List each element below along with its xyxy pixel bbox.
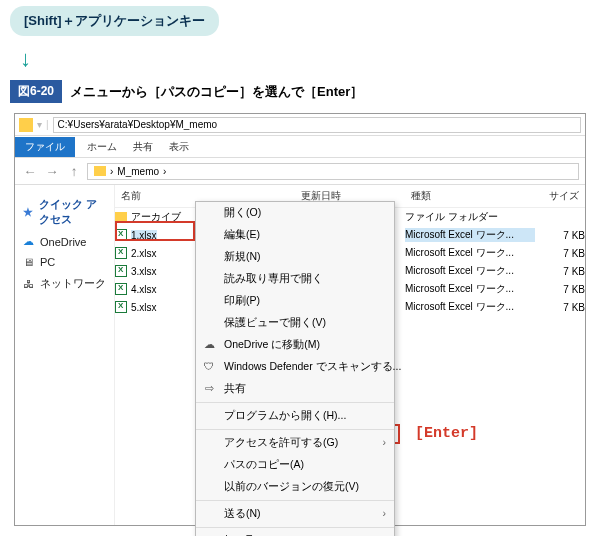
arrow-down-icon: ↓ [20,46,580,72]
sidebar-item-quick-access[interactable]: ★クイック アクセス [21,193,108,231]
file-name: 3.xlsx [131,266,157,277]
file-type: Microsoft Excel ワーク... [405,228,535,242]
figure-badge: 図6-20 [10,80,62,103]
menu-item-cut[interactable]: 切り取り(T) [196,530,394,536]
menu-item-restore[interactable]: 以前のバージョンの復元(V) [196,476,394,498]
menu-item-share[interactable]: ⇨共有 [196,378,394,400]
tab-home[interactable]: ホーム [79,137,125,157]
menu-item-openwith[interactable]: プログラムから開く(H)... [196,405,394,427]
menu-item-new[interactable]: 新規(N) [196,246,394,268]
file-type: Microsoft Excel ワーク... [405,300,535,314]
file-name: アーカイブ [131,210,181,224]
breadcrumb-item[interactable]: M_memo [117,166,159,177]
file-type: Microsoft Excel ワーク... [405,264,535,278]
file-type: Microsoft Excel ワーク... [405,282,535,296]
excel-icon [115,283,127,295]
file-type: Microsoft Excel ワーク... [405,246,535,260]
menu-item-print[interactable]: 印刷(P) [196,290,394,312]
folder-icon [115,212,127,222]
excel-icon [115,247,127,259]
sidebar-item-label: クイック アクセス [39,197,106,227]
breadcrumb-sep: › [163,166,166,177]
tab-share[interactable]: 共有 [125,137,161,157]
cloud-icon: ☁ [23,235,34,248]
sidebar-item-onedrive[interactable]: ☁OneDrive [21,231,108,252]
excel-icon [115,265,127,277]
folder-icon [19,118,33,132]
sidebar-item-label: OneDrive [40,236,86,248]
file-pane: 名前 更新日時 種類 サイズ アーカイブ 2019/12/16 0:03 ファイ… [115,185,585,525]
sidebar-item-label: PC [40,256,55,268]
excel-icon [115,229,127,241]
titlebar: ▾ | [15,114,585,136]
menu-item-access[interactable]: アクセスを許可する(G) [196,432,394,454]
col-size[interactable]: サイズ [535,185,585,207]
menu-item-protected[interactable]: 保護ビューで開く(V) [196,312,394,334]
file-size: 7 KB [535,248,585,259]
figure-caption-text: メニューから［パスのコピー］を選んで［Enter］ [70,83,363,101]
titlebar-sep: ▾ [37,119,42,130]
menu-item-open[interactable]: 開く(O) [196,202,394,224]
annotation-enter-label: [Enter] [415,425,478,442]
sidebar-item-network[interactable]: 🖧ネットワーク [21,272,108,295]
nav-back-button[interactable]: ← [21,162,39,180]
menu-item-onedrive[interactable]: ☁OneDrive に移動(M) [196,334,394,356]
figure-caption: 図6-20 メニューから［パスのコピー］を選んで［Enter］ [10,80,590,103]
excel-icon [115,301,127,313]
explorer-window: ▾ | ファイル ホーム 共有 表示 ← → ↑ › M_memo › ★クイッ… [14,113,586,526]
star-icon: ★ [23,206,33,219]
menu-item-sendto[interactable]: 送る(N) [196,503,394,525]
breadcrumb[interactable]: › M_memo › [87,163,579,180]
hint-pill: [Shift]＋アプリケーションキー [10,6,219,36]
menu-item-defender[interactable]: 🛡Windows Defender でスキャンする... [196,356,394,378]
address-bar: ← → ↑ › M_memo › [15,158,585,185]
shield-icon: 🛡 [202,360,216,372]
file-name: 2.xlsx [131,248,157,259]
nav-forward-button[interactable]: → [43,162,61,180]
file-name: 5.xlsx [131,302,157,313]
sidebar-item-label: ネットワーク [40,276,106,291]
file-type: ファイル フォルダー [405,210,535,224]
titlebar-path-input[interactable] [53,117,581,133]
folder-icon [94,166,106,176]
tab-file[interactable]: ファイル [15,137,75,157]
nav-up-button[interactable]: ↑ [65,162,83,180]
menu-separator [196,527,394,528]
menu-separator [196,500,394,501]
file-size: 7 KB [535,266,585,277]
menu-separator [196,402,394,403]
tab-view[interactable]: 表示 [161,137,197,157]
pc-icon: 🖥 [23,256,34,268]
file-size: 7 KB [535,284,585,295]
file-name: 1.xlsx [131,230,157,241]
file-size: 7 KB [535,302,585,313]
file-size: 7 KB [535,230,585,241]
file-name: 4.xlsx [131,284,157,295]
cloud-icon: ☁ [202,338,216,350]
menu-separator [196,429,394,430]
menu-item-copypath[interactable]: パスのコピー(A) [196,454,394,476]
sidebar: ★クイック アクセス ☁OneDrive 🖥PC 🖧ネットワーク [15,185,115,525]
menu-item-edit[interactable]: 編集(E) [196,224,394,246]
share-icon: ⇨ [202,382,216,394]
network-icon: 🖧 [23,278,34,290]
breadcrumb-sep: › [110,166,113,177]
context-menu: 開く(O) 編集(E) 新規(N) 読み取り専用で開く 印刷(P) 保護ビューで… [195,201,395,536]
menu-item-readonly[interactable]: 読み取り専用で開く [196,268,394,290]
sidebar-item-pc[interactable]: 🖥PC [21,252,108,272]
col-type[interactable]: 種類 [405,185,535,207]
ribbon-tabs: ファイル ホーム 共有 表示 [15,136,585,158]
divider: | [46,119,49,130]
